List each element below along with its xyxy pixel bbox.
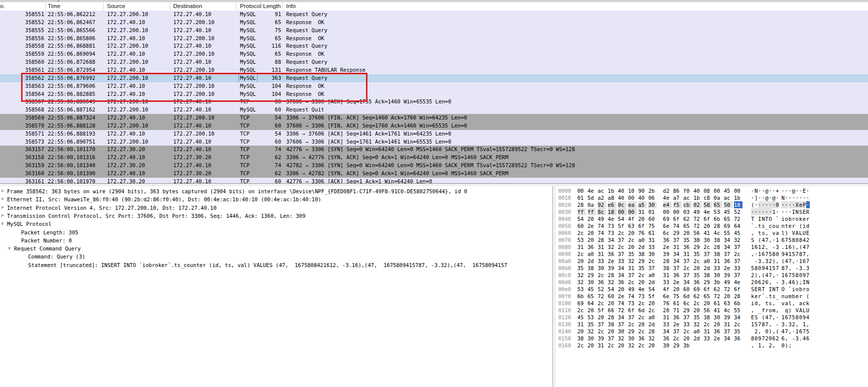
ascii-char[interactable]: 4 xyxy=(785,250,788,257)
hex-byte[interactable]: 28 xyxy=(597,236,606,243)
hex-byte[interactable]: 34 xyxy=(618,272,627,279)
ascii-char[interactable]: l xyxy=(781,229,785,236)
hex-byte[interactable]: 31 xyxy=(673,243,682,250)
ascii-char[interactable]: t xyxy=(769,293,772,300)
ascii-char[interactable]: 7 xyxy=(765,236,769,243)
ascii-char[interactable]: · xyxy=(762,208,765,215)
hex-byte[interactable]: 53 xyxy=(587,314,596,321)
hex-byte[interactable]: 34 xyxy=(673,257,682,265)
ascii-char[interactable]: o xyxy=(796,286,799,293)
ascii-char[interactable]: N xyxy=(806,279,810,286)
detail-line[interactable]: Command: Query (3) xyxy=(28,252,85,261)
ascii-char[interactable]: 4 xyxy=(803,335,806,342)
ascii-char[interactable]: E xyxy=(751,314,755,321)
ascii-char[interactable]: · xyxy=(772,236,776,243)
ascii-char[interactable]: · xyxy=(796,257,799,265)
hex-byte[interactable]: 32 xyxy=(734,236,742,243)
hex-byte[interactable]: 20 xyxy=(608,300,616,307)
ascii-char[interactable] xyxy=(796,222,799,229)
hex-byte[interactable]: 72 xyxy=(724,286,732,293)
hex-byte[interactable]: 40 xyxy=(693,187,702,194)
hex-byte[interactable]: 30 xyxy=(714,314,722,321)
ascii-char[interactable] xyxy=(755,229,758,236)
ascii-char[interactable]: . xyxy=(799,335,803,342)
ascii-char[interactable]: v xyxy=(772,229,776,236)
hex-byte[interactable]: 2c xyxy=(703,321,712,328)
hex-byte[interactable]: 28 xyxy=(663,257,672,265)
column-header-info[interactable]: Info xyxy=(286,3,296,11)
hex-byte[interactable]: a7 xyxy=(673,194,682,201)
hex-byte[interactable]: 29 xyxy=(628,328,637,335)
hex-byte[interactable]: 00 xyxy=(663,208,672,215)
ascii-char[interactable]: L xyxy=(803,307,806,314)
ascii-char[interactable]: 9 xyxy=(803,314,806,321)
ascii-char[interactable]: 5 xyxy=(751,265,755,272)
hex-byte[interactable]: 37 xyxy=(734,257,742,265)
ascii-char[interactable]: t xyxy=(758,229,762,236)
ascii-char[interactable]: r xyxy=(765,307,769,314)
hex-byte[interactable]: 38 xyxy=(608,321,616,328)
hex-byte[interactable]: 00 xyxy=(577,187,586,194)
column-divider[interactable] xyxy=(45,2,46,10)
ascii-char[interactable]: b xyxy=(799,286,803,293)
hex-byte[interactable]: 2c xyxy=(577,307,586,314)
hex-byte[interactable]: 37 xyxy=(673,265,682,272)
hex-byte[interactable]: 69 xyxy=(693,286,702,293)
detail-line[interactable]: Packet Number: 0 xyxy=(21,236,72,244)
expander-closed-icon[interactable]: > xyxy=(1,195,4,203)
ascii-char[interactable]: , xyxy=(806,250,810,257)
hex-byte[interactable]: 31 xyxy=(638,208,647,215)
hex-byte[interactable]: 39 xyxy=(663,250,672,257)
ascii-char[interactable]: 8 xyxy=(796,314,799,321)
ascii-char[interactable]: 0 xyxy=(799,272,803,279)
ascii-char[interactable]: 6 xyxy=(792,279,796,286)
ascii-char[interactable]: · xyxy=(769,208,772,215)
ascii-char[interactable]: 6 xyxy=(772,335,776,342)
hex-byte[interactable]: 28 xyxy=(714,243,722,250)
hex-byte[interactable]: 4e xyxy=(608,215,616,222)
ascii-char[interactable]: , xyxy=(796,243,799,250)
hex-byte[interactable]: 35 xyxy=(693,272,702,279)
ascii-char[interactable] xyxy=(792,265,796,272)
hex-byte[interactable]: 00 xyxy=(714,187,722,194)
hex-byte[interactable]: 30 xyxy=(587,335,596,342)
hex-byte[interactable]: 6b xyxy=(577,293,586,300)
hex-byte[interactable]: 92 xyxy=(597,201,606,208)
expander-closed-icon[interactable]: > xyxy=(1,212,4,220)
ascii-char[interactable]: - xyxy=(772,243,776,250)
ascii-char[interactable]: · xyxy=(785,187,788,194)
hex-byte[interactable]: 38 xyxy=(577,335,586,342)
ascii-char[interactable]: 7 xyxy=(758,321,762,328)
hex-byte[interactable]: 20 xyxy=(693,265,702,272)
ascii-char[interactable]: 2 xyxy=(762,243,765,250)
hex-byte[interactable]: 32 xyxy=(577,279,586,286)
ascii-char[interactable]: 1 xyxy=(769,265,772,272)
hex-byte[interactable]: d2 xyxy=(663,187,672,194)
ascii-char[interactable]: · xyxy=(796,187,799,194)
hex-byte[interactable]: 90 xyxy=(638,187,647,194)
ascii-char[interactable]: 3 xyxy=(781,321,785,328)
column-header-protocol[interactable]: Protocol xyxy=(240,3,261,11)
ascii-char[interactable]: o xyxy=(785,215,788,222)
ascii-char[interactable] xyxy=(769,243,772,250)
ascii-char[interactable]: r xyxy=(792,222,796,229)
ascii-char[interactable]: · xyxy=(772,201,776,208)
hex-byte[interactable]: 37 xyxy=(724,328,732,335)
ascii-char[interactable]: 1 xyxy=(799,257,803,265)
ascii-char[interactable]: U xyxy=(806,307,810,314)
hex-byte[interactable]: 31 xyxy=(714,257,722,265)
hex-byte[interactable]: 72 xyxy=(693,215,702,222)
ascii-char[interactable]: · xyxy=(792,201,796,208)
hex-byte[interactable]: 03 xyxy=(683,208,692,215)
hex-byte[interactable]: 50 xyxy=(724,201,732,208)
hex-byte[interactable]: 00 xyxy=(628,208,637,215)
ascii-char[interactable]: , xyxy=(792,300,796,307)
ascii-char[interactable]: · xyxy=(765,201,769,208)
ascii-char[interactable]: · xyxy=(762,187,765,194)
detail-line[interactable]: Internet Protocol Version 4, Src: 172.27… xyxy=(7,204,216,212)
hex-byte[interactable]: 2c xyxy=(693,257,702,265)
ascii-char[interactable]: , xyxy=(772,314,776,321)
hex-byte[interactable]: 39 xyxy=(724,314,732,321)
hex-byte[interactable]: 20 xyxy=(587,215,596,222)
hex-byte[interactable]: 31 xyxy=(597,250,606,257)
